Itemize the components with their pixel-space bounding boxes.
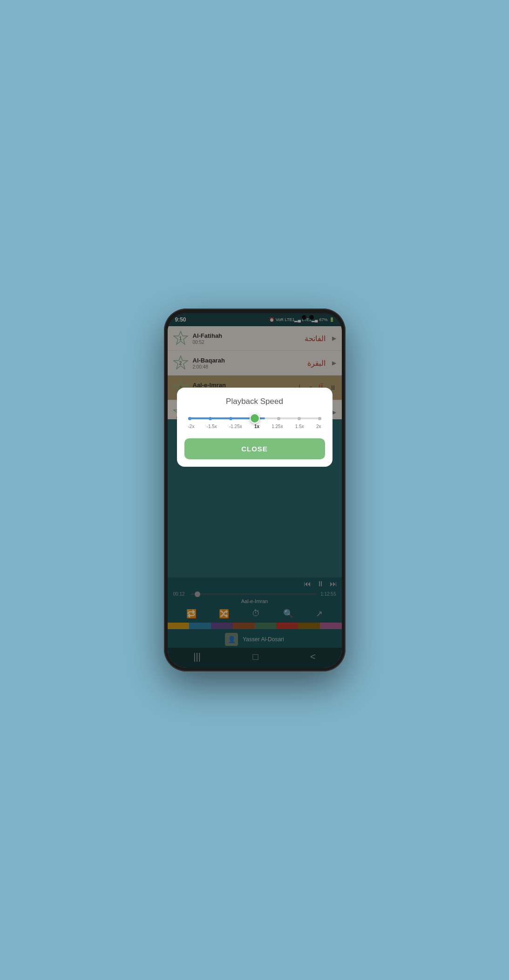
speed-label-2: 2x bbox=[316, 424, 321, 429]
speed-dot-1 bbox=[188, 417, 191, 420]
phone-screen: 9:50 ⏰ VoR LTE1▂▄ LTE2▂▄ 67% 🔋 1 bbox=[168, 313, 342, 668]
speed-dots-row bbox=[188, 413, 321, 423]
playback-speed-modal: Playback Speed bbox=[177, 388, 333, 467]
phone-device: 9:50 ⏰ VoR LTE1▂▄ LTE2▂▄ 67% 🔋 1 bbox=[164, 309, 346, 671]
speed-label-minus1-25: -1.25x bbox=[229, 424, 242, 429]
overlay-spacer bbox=[168, 467, 342, 668]
speed-dot-3 bbox=[229, 417, 232, 420]
speed-label-minus1-5: -1.5x bbox=[207, 424, 217, 429]
speed-track[interactable] bbox=[188, 417, 321, 419]
close-button[interactable]: CLOSE bbox=[184, 438, 325, 459]
modal-title: Playback Speed bbox=[184, 397, 325, 406]
speed-dot-5 bbox=[277, 417, 280, 420]
speed-slider-container[interactable]: -2x -1.5x -1.25x 1x 1.25x 1.5x 2x bbox=[184, 417, 325, 429]
speed-labels: -2x -1.5x -1.25x 1x 1.25x 1.5x 2x bbox=[188, 424, 321, 429]
speed-dot-7 bbox=[318, 417, 321, 420]
speed-thumb[interactable] bbox=[250, 413, 260, 423]
speed-label-1-25: 1.25x bbox=[271, 424, 283, 429]
speed-label-minus2: -2x bbox=[188, 424, 195, 429]
speed-dot-6 bbox=[298, 417, 301, 420]
speed-label-1-5: 1.5x bbox=[295, 424, 304, 429]
speed-dot-2 bbox=[209, 417, 212, 420]
speed-label-1: 1x bbox=[254, 424, 259, 429]
modal-overlay: Playback Speed bbox=[168, 313, 342, 668]
